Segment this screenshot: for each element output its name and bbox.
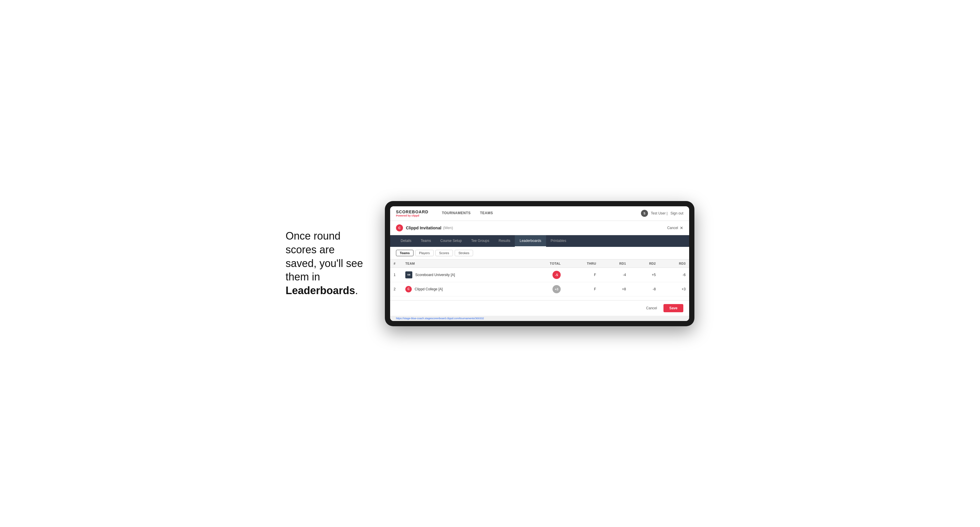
leaderboard-table: # TEAM TOTAL THRU RD1 RD2 RD3 1 <box>390 259 689 297</box>
tournament-name: Clippd Invitational <box>406 225 441 230</box>
cancel-button[interactable]: Cancel <box>643 304 660 312</box>
sidebar-line5-bold: Leaderboards <box>286 284 355 297</box>
tablet-screen: SCOREBOARD Powered by clippd TOURNAMENTS… <box>390 206 689 321</box>
user-name: Test User | <box>651 211 668 215</box>
page-wrapper: Once round scores are saved, you'll see … <box>286 201 694 326</box>
close-icon: ✕ <box>680 225 683 230</box>
cancel-header-button[interactable]: Cancel ✕ <box>667 225 683 230</box>
sidebar-line5-end: . <box>355 284 358 297</box>
rank-cell: 2 <box>390 282 402 296</box>
table-header: # TEAM TOTAL THRU RD1 RD2 RD3 <box>390 259 689 268</box>
team-name: Scoreboard University [A] <box>415 273 455 277</box>
team-cell: SB Scoreboard University [A] <box>402 268 525 282</box>
tab-teams[interactable]: Teams <box>416 235 436 247</box>
sidebar-line1: Once round <box>286 230 340 242</box>
url-bar: https://stage-blue-coach.stagescorenboar… <box>390 316 689 321</box>
table-row: 1 SB Scoreboard University [A] -5 F <box>390 268 689 282</box>
logo-area: SCOREBOARD Powered by clippd <box>396 210 428 217</box>
save-button[interactable]: Save <box>663 304 683 312</box>
tab-printables[interactable]: Printables <box>546 235 571 247</box>
sidebar-line3: saved, you'll see <box>286 257 363 269</box>
rd2-cell: +5 <box>630 268 659 282</box>
score-badge: -5 <box>552 271 561 279</box>
col-total: TOTAL <box>525 259 564 268</box>
total-cell: +3 <box>525 282 564 296</box>
tab-leaderboards[interactable]: Leaderboards <box>515 235 546 247</box>
tab-details[interactable]: Details <box>396 235 416 247</box>
rank-cell: 1 <box>390 268 402 282</box>
col-rd1: RD1 <box>600 259 629 268</box>
team-logo-sb: SB <box>405 271 412 278</box>
tab-results[interactable]: Results <box>494 235 515 247</box>
rd1-cell: +8 <box>600 282 629 296</box>
nav-teams[interactable]: TEAMS <box>476 206 498 221</box>
filter-scores[interactable]: Scores <box>435 250 453 256</box>
team-cell: C Clippd College [A] <box>402 282 525 296</box>
rd2-cell: -8 <box>630 282 659 296</box>
col-rd3: RD3 <box>659 259 689 268</box>
sub-nav: Details Teams Course Setup Tee Groups Re… <box>390 235 689 247</box>
tab-course-setup[interactable]: Course Setup <box>436 235 466 247</box>
thru-cell: F <box>564 282 600 296</box>
tablet-frame: SCOREBOARD Powered by clippd TOURNAMENTS… <box>385 201 694 326</box>
col-rank: # <box>390 259 402 268</box>
top-nav: SCOREBOARD Powered by clippd TOURNAMENTS… <box>390 206 689 221</box>
sidebar-line4: them in <box>286 271 320 283</box>
sidebar-line2: scores are <box>286 244 335 256</box>
leaderboard-content: # TEAM TOTAL THRU RD1 RD2 RD3 1 <box>390 259 689 300</box>
table-body: 1 SB Scoreboard University [A] -5 F <box>390 268 689 296</box>
nav-tournaments[interactable]: TOURNAMENTS <box>437 206 476 221</box>
tournament-header: C Clippd Invitational (Men) Cancel ✕ <box>390 221 689 235</box>
filter-players[interactable]: Players <box>415 250 434 256</box>
sign-out-link[interactable]: Sign out <box>670 211 683 215</box>
main-nav: TOURNAMENTS TEAMS <box>437 206 498 221</box>
team-name: Clippd College [A] <box>415 287 443 291</box>
nav-right: S Test User | Sign out <box>641 210 683 217</box>
modal-footer: Cancel Save <box>390 300 689 316</box>
filter-strokes[interactable]: Strokes <box>455 250 473 256</box>
rd1-cell: -4 <box>600 268 629 282</box>
thru-cell: F <box>564 268 600 282</box>
app-logo: SCOREBOARD <box>396 210 428 214</box>
score-badge: +3 <box>552 285 561 293</box>
user-avatar: S <box>641 210 648 217</box>
sidebar-text: Once round scores are saved, you'll see … <box>286 229 368 298</box>
tournament-icon: C <box>396 224 403 232</box>
rd3-cell: -6 <box>659 268 689 282</box>
col-team: TEAM <box>402 259 525 268</box>
tournament-sub: (Men) <box>443 225 453 230</box>
filter-bar: Teams Players Scores Strokes <box>390 247 689 259</box>
total-cell: -5 <box>525 268 564 282</box>
app-logo-subtitle: Powered by clippd <box>396 214 428 217</box>
table-row: 2 C Clippd College [A] +3 F <box>390 282 689 296</box>
col-rd2: RD2 <box>630 259 659 268</box>
col-thru: THRU <box>564 259 600 268</box>
rd3-cell: +3 <box>659 282 689 296</box>
filter-teams[interactable]: Teams <box>396 250 414 256</box>
tab-tee-groups[interactable]: Tee Groups <box>466 235 494 247</box>
team-logo-c: C <box>405 286 412 292</box>
